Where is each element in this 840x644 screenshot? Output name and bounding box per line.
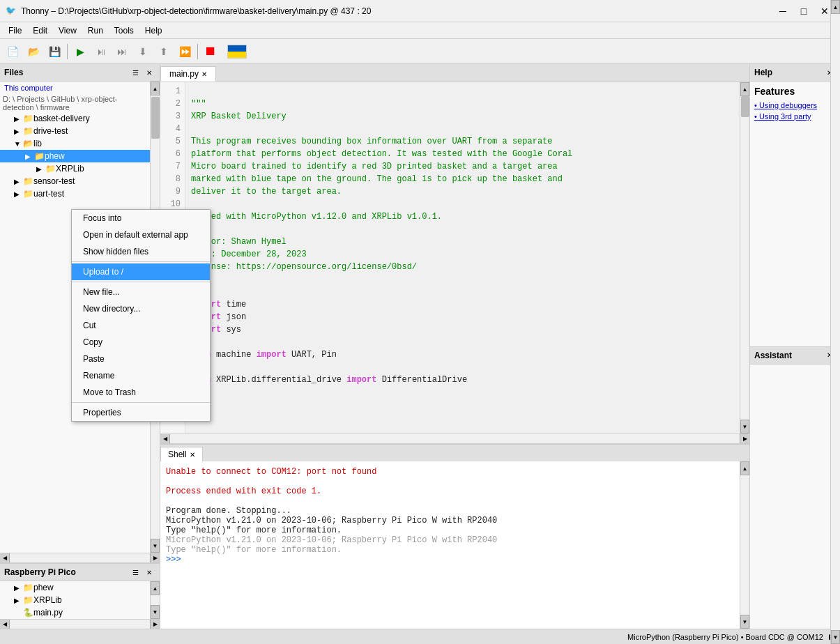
shell-line-6: MicroPython v1.21.0 on 2023-10-06; Raspb… (166, 516, 734, 526)
shell-prompt[interactable]: >>> (166, 555, 734, 565)
folder-icon-xrplib: 📁 (45, 164, 56, 174)
editor-h-left[interactable]: ◀ (160, 434, 170, 443)
rpi-tree-item-xrplib[interactable]: ▶ 📁 XRPLib (0, 594, 150, 606)
help-panel-header: Help ✕ (750, 64, 840, 82)
resume-button[interactable]: ⏩ (175, 42, 194, 61)
menu-file[interactable]: File (3, 24, 27, 37)
path-label: D: \ Projects \ GitHub \ xrp-object-dete… (0, 94, 150, 112)
rpi-tree-scrollbar[interactable]: ▲ ▼ (150, 581, 160, 619)
shell-content[interactable]: Unable to connect to COM12: port not fou… (160, 461, 740, 629)
scroll-up-btn[interactable]: ▲ (151, 82, 160, 95)
help-scroll-track[interactable] (831, 365, 840, 629)
editor-scroll-down[interactable]: ▼ (740, 420, 749, 434)
rpi-scroll-track[interactable] (151, 595, 160, 605)
rpi-py-icon-main: 🐍 (22, 608, 33, 618)
rpi-panel-label: Raspberry Pi Pico (4, 567, 76, 577)
help-link-1[interactable]: • Using debuggers (754, 101, 836, 109)
tree-item-drive-test[interactable]: ▶ 📁 drive-test (0, 125, 150, 137)
stop-button[interactable]: ⏹ (201, 42, 220, 61)
h-scroll-left[interactable]: ◀ (0, 553, 10, 562)
context-menu-new-directory[interactable]: New directory... (72, 300, 210, 317)
shell-tab-close[interactable]: ✕ (190, 451, 195, 459)
context-menu-move-to-trash[interactable]: Move to Trash (72, 384, 210, 401)
context-menu-focus-into[interactable]: Focus into (72, 210, 210, 227)
rpi-h-scroll-right[interactable]: ▶ (150, 620, 160, 629)
h-scroll-right[interactable]: ▶ (150, 553, 160, 562)
context-menu-copy[interactable]: Copy (72, 334, 210, 351)
menu-run[interactable]: Run (82, 24, 109, 37)
step-out-button[interactable]: ⬆ (154, 42, 174, 61)
editor-scroll-up[interactable]: ▲ (740, 82, 749, 96)
context-menu-properties[interactable]: Properties (72, 404, 210, 421)
save-file-button[interactable]: 💾 (45, 42, 64, 61)
tree-item-sensor-test[interactable]: ▶ 📁 sensor-test (0, 175, 150, 187)
rpi-panel-menu-btn[interactable]: ☰ (129, 566, 142, 578)
files-h-scrollbar[interactable]: ◀ ▶ (0, 553, 160, 562)
shell-panel: Shell ✕ Unable to connect to COM12: port… (160, 443, 749, 629)
context-menu-cut[interactable]: Cut (72, 317, 210, 334)
minimize-button[interactable]: ─ (773, 1, 793, 21)
editor-tab-main[interactable]: main.py ✕ (160, 66, 216, 82)
scroll-down-btn[interactable]: ▼ (151, 539, 160, 553)
files-panel-menu-btn[interactable]: ☰ (129, 66, 142, 79)
editor-h-right[interactable]: ▶ (740, 434, 749, 443)
debug-button[interactable]: ⏯ (91, 42, 111, 61)
tree-label-basket-delivery: basket-delivery (33, 114, 90, 123)
files-panel-label: Files (4, 68, 23, 77)
tree-item-xrplib[interactable]: ▶ 📁 XRPLib (0, 162, 150, 175)
context-menu-rename[interactable]: Rename (72, 367, 210, 384)
tree-label-drive-test: drive-test (33, 126, 68, 136)
maximize-button[interactable]: □ (794, 1, 814, 21)
context-menu-upload-to[interactable]: Upload to / (72, 263, 210, 280)
step-over-button[interactable]: ⏭ (112, 42, 132, 61)
this-computer-header[interactable]: This computer (0, 82, 150, 94)
rpi-tree-item-phew[interactable]: ▶ 📁 phew (0, 581, 150, 594)
rpi-panel-close-btn[interactable]: ✕ (143, 566, 155, 578)
editor-h-track[interactable] (170, 434, 740, 443)
menu-view[interactable]: View (53, 24, 82, 37)
menu-edit[interactable]: Edit (27, 24, 53, 37)
help-v-scrollbar[interactable]: ▲ ▼ (830, 365, 840, 629)
code-content[interactable]: """ XRP Basket Delivery This program rec… (185, 82, 740, 434)
editor-tab-close[interactable]: ✕ (201, 70, 207, 78)
shell-scroll-up[interactable]: ▲ (740, 461, 749, 475)
rpi-tree-item-main[interactable]: 🐍 main.py (0, 606, 150, 619)
rpi-section: Raspberry Pi Pico ☰ ✕ ▶ 📁 phew (0, 562, 160, 629)
editor-scroll-track[interactable] (740, 96, 749, 420)
code-pane: 12345 678910 1112131415 1617181920 21222… (160, 82, 749, 434)
files-panel-close-btn[interactable]: ✕ (143, 66, 155, 79)
toolbar-separator-2 (197, 44, 198, 59)
rpi-scroll-up[interactable]: ▲ (151, 581, 160, 595)
menu-help[interactable]: Help (139, 24, 168, 37)
context-menu-new-file[interactable]: New file... (72, 284, 210, 300)
folder-icon-basket: 📁 (22, 114, 33, 123)
editor-h-scrollbar[interactable]: ◀ ▶ (160, 434, 749, 443)
editor-v-scrollbar[interactable]: ▲ ▼ (740, 82, 749, 434)
context-menu-paste[interactable]: Paste (72, 351, 210, 367)
new-file-button[interactable]: 📄 (3, 42, 22, 61)
shell-tab-label: Shell (168, 450, 187, 459)
center-area: main.py ✕ 12345 678910 1112131415 161718… (160, 64, 840, 629)
context-menu-open-external[interactable]: Open in default external app (72, 227, 210, 243)
menu-tools[interactable]: Tools (109, 24, 139, 37)
tree-item-lib[interactable]: ▼ 📂 lib (0, 137, 150, 150)
h-scroll-track[interactable] (10, 553, 150, 562)
run-button[interactable]: ▶ (70, 42, 90, 61)
open-file-button[interactable]: 📂 (24, 42, 43, 61)
shell-scroll-down[interactable]: ▼ (740, 615, 749, 629)
context-menu-sep3 (72, 402, 210, 403)
step-into-button[interactable]: ⬇ (133, 42, 153, 61)
context-menu-show-hidden[interactable]: Show hidden files (72, 243, 210, 260)
shell-v-scrollbar[interactable]: ▲ ▼ (740, 461, 749, 629)
tree-item-phew[interactable]: ▶ 📁 phew (0, 150, 150, 162)
rpi-h-scroll-left[interactable]: ◀ (0, 620, 10, 629)
help-link-2[interactable]: • Using 3rd party (754, 112, 836, 121)
tree-item-uart-test[interactable]: ▶ 📁 uart-test (0, 187, 150, 200)
tree-item-basket-delivery[interactable]: ▶ 📁 basket-delivery (0, 112, 150, 125)
rpi-h-track[interactable] (10, 620, 150, 629)
shell-tab[interactable]: Shell ✕ (160, 447, 203, 461)
rpi-h-scrollbar[interactable]: ◀ ▶ (0, 619, 160, 629)
shell-scroll-track[interactable] (740, 475, 749, 615)
rpi-scroll-down[interactable]: ▼ (151, 605, 160, 619)
assistant-panel-header: Assistant ✕ (750, 346, 840, 365)
